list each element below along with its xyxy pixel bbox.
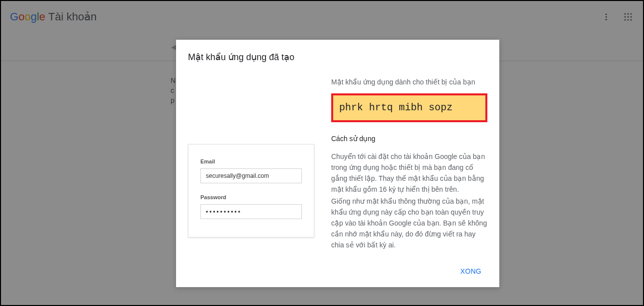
google-logo: Google <box>10 10 45 23</box>
background-text: N c p <box>171 76 176 105</box>
email-example-value: securesally@gmail.com <box>200 168 302 183</box>
generated-password-box: phrk hrtq mibh sopz <box>331 93 487 122</box>
svg-point-7 <box>628 16 629 18</box>
svg-point-3 <box>625 13 626 15</box>
apps-grid-icon[interactable] <box>622 11 634 23</box>
password-label: Password <box>200 194 302 200</box>
back-arrow-icon: ◂ <box>171 41 176 53</box>
svg-point-4 <box>628 13 629 15</box>
usage-paragraph-2: Giống như mật khẩu thông thường của bạn,… <box>331 196 487 250</box>
more-vert-icon[interactable] <box>600 11 612 23</box>
svg-point-10 <box>628 19 629 21</box>
done-button[interactable]: XONG <box>455 263 487 279</box>
usage-title: Cách sử dụng <box>331 133 487 144</box>
svg-point-1 <box>606 16 607 18</box>
example-login-card: Email securesally@gmail.com Password •••… <box>188 144 314 237</box>
password-example-value: •••••••••• <box>200 204 302 219</box>
generated-password-value[interactable]: phrk hrtq mibh sopz <box>339 102 479 113</box>
header: Google Tài khoản <box>1 1 643 33</box>
svg-point-5 <box>631 13 632 15</box>
app-password-modal: Mật khẩu ứng dụng đã tạo Email securesal… <box>176 40 499 287</box>
svg-point-11 <box>631 19 632 21</box>
email-label: Email <box>200 158 302 164</box>
logo-suffix: Tài khoản <box>48 10 96 23</box>
svg-point-0 <box>606 13 607 15</box>
svg-point-2 <box>606 19 607 20</box>
modal-title: Mật khẩu ứng dụng đã tạo <box>188 52 487 63</box>
usage-paragraph-1: Chuyển tới cài đặt cho tài khoản Google … <box>331 151 487 195</box>
svg-point-8 <box>631 16 632 18</box>
password-subtitle: Mật khẩu ứng dụng dành cho thiết bị của … <box>331 76 487 87</box>
svg-point-6 <box>625 16 626 18</box>
svg-point-9 <box>625 19 626 21</box>
